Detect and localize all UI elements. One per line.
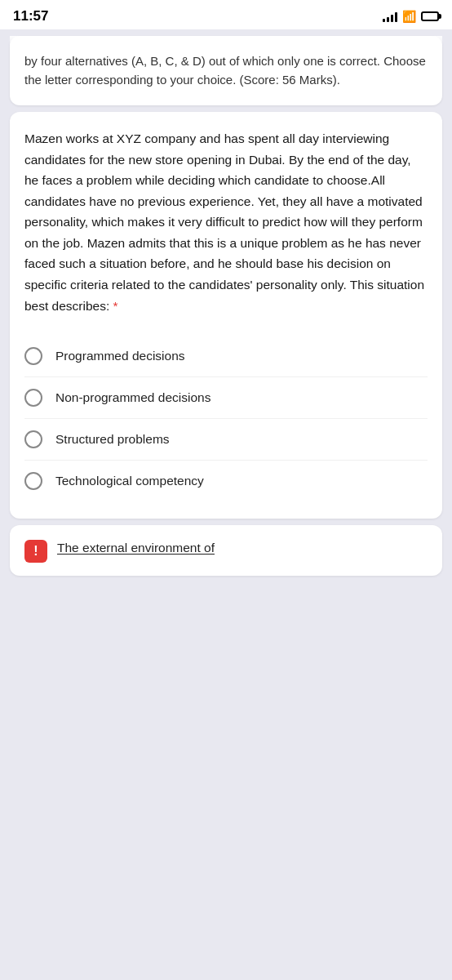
status-icons: 📶 xyxy=(383,10,439,23)
signal-icon xyxy=(383,11,397,22)
battery-icon xyxy=(421,11,439,21)
wifi-icon: 📶 xyxy=(402,10,416,23)
warning-icon: ! xyxy=(24,540,47,563)
top-card-text: by four alternatives (A, B, C, & D) out … xyxy=(24,54,426,87)
radio-button-1[interactable] xyxy=(24,347,42,365)
fade-overlay xyxy=(10,36,442,52)
status-time: 11:57 xyxy=(13,8,48,24)
option-label-1: Programmed decisions xyxy=(55,347,185,365)
required-star: * xyxy=(113,299,118,313)
bottom-card-underline-text: The external environment of xyxy=(57,541,215,555)
question-body-text: Mazen works at XYZ company and has spent… xyxy=(24,131,424,313)
question-paragraph: Mazen works at XYZ company and has spent… xyxy=(24,128,428,316)
option-label-2: Non-programmed decisions xyxy=(55,389,210,407)
bottom-card-text: The external environment of xyxy=(57,538,215,559)
bottom-card: ! The external environment of xyxy=(10,525,442,576)
option-item-2[interactable]: Non-programmed decisions xyxy=(24,377,428,419)
radio-button-4[interactable] xyxy=(24,472,42,490)
option-label-3: Structured problems xyxy=(55,430,170,448)
option-label-4: Technological competency xyxy=(55,472,204,490)
question-card: Mazen works at XYZ company and has spent… xyxy=(10,112,442,519)
option-item-3[interactable]: Structured problems xyxy=(24,419,428,461)
options-list: Programmed decisions Non-programmed deci… xyxy=(24,336,428,502)
option-item-1[interactable]: Programmed decisions xyxy=(24,336,428,377)
radio-button-3[interactable] xyxy=(24,430,42,448)
warning-symbol: ! xyxy=(33,544,38,559)
radio-button-2[interactable] xyxy=(24,389,42,407)
top-card: by four alternatives (A, B, C, & D) out … xyxy=(10,36,442,105)
status-bar: 11:57 📶 xyxy=(0,0,452,29)
option-item-4[interactable]: Technological competency xyxy=(24,461,428,502)
